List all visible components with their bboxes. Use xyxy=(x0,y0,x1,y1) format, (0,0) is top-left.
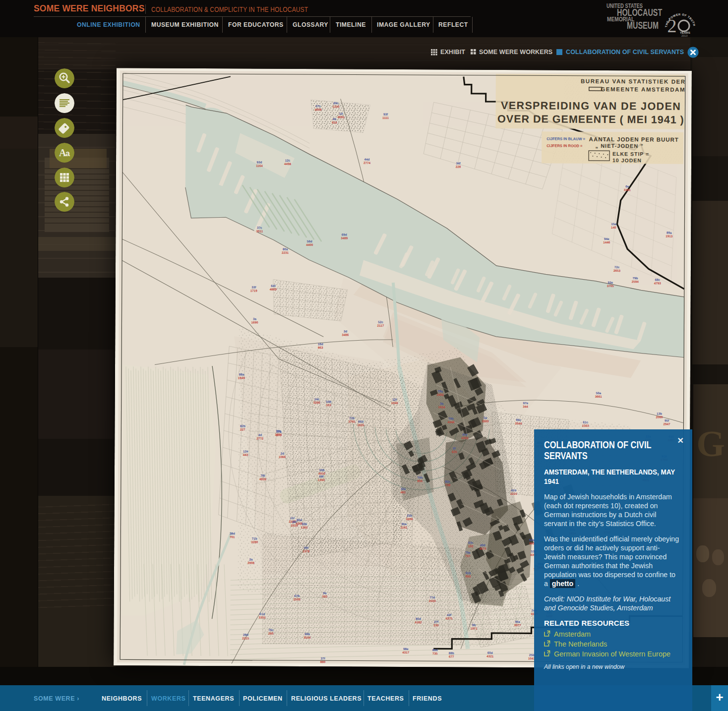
svg-text:95a: 95a xyxy=(401,522,407,526)
svg-text:2d: 2d xyxy=(280,452,284,455)
svg-text:88b: 88b xyxy=(449,651,454,654)
svg-text:32a: 32a xyxy=(401,487,406,490)
svg-text:12e: 12e xyxy=(243,449,248,453)
svg-text:4498: 4498 xyxy=(284,162,292,166)
svg-text:4793: 4793 xyxy=(654,281,662,285)
svg-text:63c: 63c xyxy=(468,541,474,544)
svg-text:AANTAL JODEN PER BUURT: AANTAL JODEN PER BUURT xyxy=(589,136,679,143)
svg-text:2653: 2653 xyxy=(613,269,621,272)
svg-text:481: 481 xyxy=(401,490,406,494)
svg-text:82c: 82c xyxy=(445,479,451,483)
svg-text:4869: 4869 xyxy=(270,288,277,291)
svg-text:1563: 1563 xyxy=(582,424,589,427)
svg-text:13b: 13b xyxy=(657,412,662,415)
svg-text:235: 235 xyxy=(433,623,439,627)
svg-text:1690: 1690 xyxy=(251,321,258,324)
svg-text:443: 443 xyxy=(243,453,248,456)
svg-text:77d: 77d xyxy=(429,595,435,599)
svg-text:56d: 56d xyxy=(307,239,312,243)
svg-text:3977: 3977 xyxy=(514,623,521,627)
svg-text:16d: 16d xyxy=(318,342,323,346)
svg-text:95f: 95f xyxy=(665,419,669,422)
svg-text:2402: 2402 xyxy=(437,393,444,396)
svg-text:41b: 41b xyxy=(511,488,516,492)
svg-text:4346: 4346 xyxy=(447,420,455,423)
svg-text:3534: 3534 xyxy=(303,636,311,639)
svg-text:2772: 2772 xyxy=(256,437,264,440)
svg-text:863: 863 xyxy=(318,346,323,349)
svg-text:2503: 2503 xyxy=(429,599,436,602)
svg-text:2117: 2117 xyxy=(377,324,384,327)
svg-text:9b: 9b xyxy=(472,623,476,627)
svg-text:1250: 1250 xyxy=(333,105,340,108)
svg-text:„ NIET-JODEN ”: „ NIET-JODEN ” xyxy=(596,143,644,149)
svg-text:228: 228 xyxy=(456,165,461,169)
svg-text:3266: 3266 xyxy=(313,401,321,404)
svg-text:2378: 2378 xyxy=(303,549,310,553)
svg-text:79b: 79b xyxy=(448,416,454,420)
svg-text:10 JODEN: 10 JODEN xyxy=(612,157,642,163)
svg-text:89a: 89a xyxy=(667,231,672,235)
svg-text:9a: 9a xyxy=(323,591,327,594)
svg-text:33f: 33f xyxy=(251,286,256,289)
svg-text:855: 855 xyxy=(418,479,423,482)
svg-text:BUREAU VAN STATISTIEK DER: BUREAU VAN STATISTIEK DER xyxy=(581,78,686,85)
svg-text:677: 677 xyxy=(449,654,454,658)
svg-text:4400: 4400 xyxy=(306,243,313,246)
svg-text:1654: 1654 xyxy=(275,433,282,436)
svg-text:2060: 2060 xyxy=(656,415,663,418)
svg-text:50a: 50a xyxy=(596,391,601,395)
svg-text:69d: 69d xyxy=(342,233,347,236)
svg-text:3381: 3381 xyxy=(624,188,631,191)
svg-text:2: 2 xyxy=(667,15,677,36)
svg-text:44d: 44d xyxy=(364,158,370,161)
svg-text:3765: 3765 xyxy=(348,419,356,423)
svg-text:57c: 57c xyxy=(315,104,321,108)
svg-text:58f: 58f xyxy=(319,474,324,478)
svg-text:6f: 6f xyxy=(453,446,456,450)
svg-text:1362: 1362 xyxy=(301,526,308,529)
svg-text:67b: 67b xyxy=(294,594,300,597)
svg-text:4608: 4608 xyxy=(315,108,322,111)
svg-text:61c: 61c xyxy=(583,420,588,424)
svg-text:11f: 11f xyxy=(290,516,295,520)
svg-text:59f: 59f xyxy=(304,546,309,549)
svg-text:60d: 60d xyxy=(297,518,302,522)
svg-text:27f: 27f xyxy=(434,620,439,623)
svg-text:60d: 60d xyxy=(487,651,493,654)
svg-text:4910: 4910 xyxy=(318,472,326,475)
svg-text:68c: 68c xyxy=(655,278,661,281)
svg-text:192: 192 xyxy=(468,544,474,548)
svg-text:2509: 2509 xyxy=(294,597,301,601)
svg-text:93f: 93f xyxy=(383,113,388,116)
svg-text:3d: 3d xyxy=(344,329,348,333)
svg-text:76c: 76c xyxy=(268,628,274,632)
svg-text:701: 701 xyxy=(230,535,235,538)
svg-text:74b: 74b xyxy=(417,475,423,479)
svg-text:61d: 61d xyxy=(259,612,265,616)
svg-text:50b: 50b xyxy=(302,522,307,526)
svg-text:71b: 71b xyxy=(252,537,257,540)
svg-text:15e: 15e xyxy=(611,222,616,226)
svg-text:6e: 6e xyxy=(625,184,629,188)
svg-text:3486: 3486 xyxy=(342,333,349,336)
svg-text:37f: 37f xyxy=(321,656,326,660)
svg-text:2215: 2215 xyxy=(242,636,249,640)
svg-text:72b: 72b xyxy=(349,416,355,419)
svg-text:49d: 49d xyxy=(480,543,485,547)
svg-text:1446: 1446 xyxy=(603,240,610,244)
svg-text:103: 103 xyxy=(326,403,331,407)
svg-text:34f: 34f xyxy=(456,162,461,165)
svg-text:1164: 1164 xyxy=(256,164,263,168)
svg-text:3355: 3355 xyxy=(259,616,266,619)
svg-text:1625: 1625 xyxy=(357,423,364,427)
svg-text:4605: 4605 xyxy=(337,115,345,118)
svg-text:66d: 66d xyxy=(358,420,364,423)
svg-text:4d: 4d xyxy=(258,433,262,437)
svg-text:1971: 1971 xyxy=(470,627,478,630)
svg-text:3989: 3989 xyxy=(482,419,489,423)
svg-text:227: 227 xyxy=(240,427,245,431)
svg-text:97e: 97e xyxy=(523,401,528,405)
svg-text:1390: 1390 xyxy=(318,478,325,481)
svg-text:3a: 3a xyxy=(253,317,257,321)
